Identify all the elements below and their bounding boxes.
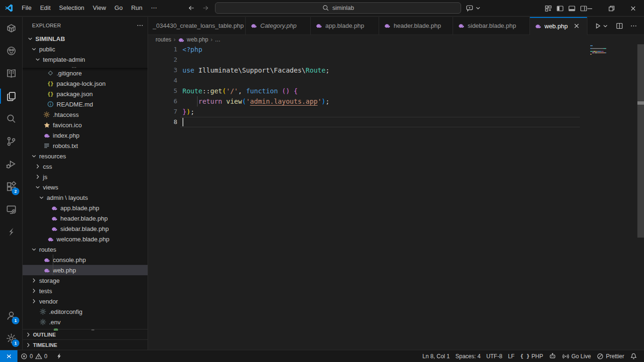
section-outline[interactable]: OUTLINE (23, 329, 148, 339)
tree-item-.editorconfig[interactable]: .editorconfig (23, 306, 148, 317)
activity-account-icon[interactable]: 1 (0, 304, 22, 327)
tab-category.php[interactable]: Category.php (246, 17, 311, 34)
section-timeline[interactable]: TIMELINE (23, 339, 148, 350)
activity-s-logo-icon[interactable] (0, 221, 22, 243)
tab-web.php[interactable]: web.php (530, 17, 587, 35)
encoding-status[interactable]: UTF-8 (483, 350, 505, 362)
go-live-button[interactable]: Go Live (559, 350, 594, 362)
section-label: TIMELINE (33, 342, 57, 348)
forward-arrow-icon[interactable] (202, 4, 209, 12)
activity-settings-gear-icon[interactable]: 1 (0, 327, 22, 350)
breadcrumb[interactable]: routes›web.php›… (148, 35, 644, 44)
tree-item-web.php[interactable]: web.php (23, 265, 148, 275)
customize-layout-icon[interactable] (545, 5, 552, 12)
tab-sidebar.blade.php[interactable]: sidebar.blade.php (453, 17, 530, 34)
debug-listener[interactable] (53, 350, 66, 362)
tree-item-admin-layouts[interactable]: admin \ layouts (23, 192, 148, 203)
activity-explorer-files-icon[interactable] (0, 85, 22, 107)
eol-status[interactable]: LF (505, 350, 517, 362)
code-line-8: 8 (148, 117, 644, 127)
tree-item-views[interactable]: views (23, 182, 148, 192)
activity-run-debug-icon[interactable] (0, 153, 22, 175)
panel-bottom-icon[interactable] (568, 5, 576, 12)
tree-item-.htaccess[interactable]: .htaccess (23, 109, 148, 120)
tree-item-console.php[interactable]: console.php (23, 255, 148, 265)
tree-item-label: views (43, 184, 58, 191)
menu-file[interactable]: File (17, 2, 36, 14)
tree-item-label: robots.txt (53, 142, 78, 149)
copilot-status[interactable] (546, 350, 559, 362)
menu-view[interactable]: View (89, 2, 110, 14)
remote-indicator[interactable] (0, 350, 17, 362)
cursor-position[interactable]: Ln 8, Col 1 (420, 350, 453, 362)
minimap[interactable] (590, 45, 634, 57)
php-icon (384, 22, 391, 29)
tree-item-favicon.ico[interactable]: favicon.ico (23, 120, 148, 130)
explorer-more-actions-icon[interactable] (136, 22, 144, 29)
lightning-icon (56, 353, 63, 360)
tree-item-package-lock.json[interactable]: {}package-lock.json (23, 78, 148, 89)
menu-run[interactable]: Run (127, 2, 147, 14)
restore-button[interactable] (601, 0, 622, 16)
run-php-button[interactable] (594, 22, 609, 30)
indentation-status[interactable]: Spaces: 4 (453, 350, 483, 362)
tree-item-js[interactable]: js (23, 172, 148, 182)
breadcrumb-item[interactable]: web.php (178, 36, 208, 43)
activity-monkey-face-icon[interactable] (0, 40, 22, 62)
command-center-search[interactable]: siminlab (215, 2, 461, 14)
tree-item-tests[interactable]: tests (23, 286, 148, 296)
tree-item-css[interactable]: css (23, 161, 148, 172)
close-button[interactable] (622, 0, 644, 16)
minimize-button[interactable] (579, 0, 601, 16)
tab-app.blade.php[interactable]: app.blade.php (311, 17, 379, 34)
activity-container-icon[interactable] (0, 17, 22, 40)
tree-item-public[interactable]: public (23, 44, 148, 54)
problems-status[interactable]: 0 0 (17, 350, 50, 362)
menu-more[interactable]: ⋯ (147, 2, 161, 14)
tree-item-siminlab[interactable]: SIMINLAB (23, 33, 148, 44)
tree-item-routes[interactable]: routes (23, 244, 148, 255)
activity-remote-explorer-icon[interactable] (0, 198, 22, 221)
tree-item-resources[interactable]: resources (23, 151, 148, 161)
tree-item-vendor[interactable]: vendor (23, 296, 148, 306)
back-arrow-icon[interactable] (188, 4, 195, 12)
tree-item-app.blade.php[interactable]: app.blade.php (23, 203, 148, 213)
menu-edit[interactable]: Edit (36, 2, 55, 14)
tree-item-welcome.blade.php[interactable]: welcome.blade.php (23, 234, 148, 244)
remote-icon (5, 353, 13, 360)
activity-extensions-icon[interactable]: 2 (0, 175, 22, 198)
editor-scrollbar[interactable] (637, 44, 644, 238)
menu-go[interactable]: Go (110, 2, 127, 14)
menu-selection[interactable]: Selection (55, 2, 88, 14)
tree-item-template-admin[interactable]: template-admin (23, 54, 148, 65)
tree-item-index.php[interactable]: index.php (23, 130, 148, 140)
language-mode[interactable]: { } PHP (517, 350, 546, 362)
activity-book-icon[interactable] (0, 62, 22, 85)
tree-item-.gitignore[interactable]: .gitignore (23, 68, 148, 78)
panel-left-icon[interactable] (556, 5, 564, 12)
title-bar: FileEditSelectionViewGoRun⋯ siminlab (0, 0, 644, 16)
breadcrumb-item[interactable]: … (215, 36, 221, 43)
more-actions-icon[interactable] (630, 22, 637, 30)
notifications-bell[interactable] (627, 350, 640, 362)
prettier-status[interactable]: Prettier (594, 350, 627, 362)
copilot-menu-button[interactable] (466, 4, 482, 12)
tree-item-label: header.blade.php (60, 215, 107, 222)
tab--034430-create-loans-table.php[interactable]: _034430_create_loans_table.php (148, 17, 246, 34)
split-editor-icon[interactable] (616, 22, 623, 30)
tab-header.blade.php[interactable]: header.blade.php (379, 17, 453, 34)
tree-indent (38, 80, 45, 87)
code-editor[interactable]: 1 <?php 2 3 use Illuminate\Support\Facad… (148, 44, 644, 350)
tree-item-sidebar.blade.php[interactable]: sidebar.blade.php (23, 223, 148, 234)
tree-item-.env[interactable]: .env (23, 317, 148, 327)
activity-source-control-icon[interactable] (0, 130, 22, 153)
breadcrumb-item[interactable]: routes (156, 36, 171, 43)
tree-item-robots.txt[interactable]: robots.txt (23, 140, 148, 151)
tree-item-readme.md[interactable]: README.md (23, 99, 148, 109)
tree-item-package.json[interactable]: {}package.json (23, 89, 148, 99)
tree-item-storage[interactable]: storage (23, 275, 148, 286)
copilot-chat-icon (466, 4, 473, 12)
tab-close-icon[interactable] (572, 22, 581, 30)
activity-search-icon[interactable] (0, 107, 22, 130)
tree-item-header.blade.php[interactable]: header.blade.php (23, 213, 148, 223)
